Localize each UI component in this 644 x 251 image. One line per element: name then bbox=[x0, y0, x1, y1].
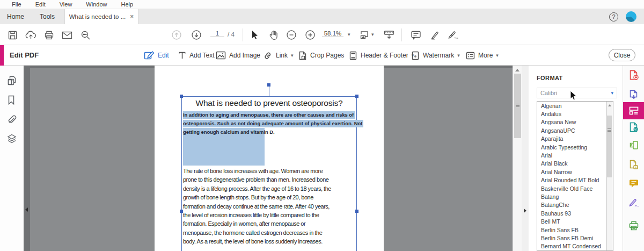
extract-pages-icon[interactable] bbox=[628, 159, 640, 170]
font-list-item[interactable]: Andalus bbox=[537, 110, 606, 118]
body-line: growth of bone length stops. But by the … bbox=[183, 193, 331, 202]
select-tool-icon[interactable] bbox=[249, 29, 261, 41]
font-list-item[interactable]: Bernard MT Condensed bbox=[537, 242, 606, 250]
textbox-handle-top-left[interactable] bbox=[180, 95, 183, 98]
layers-icon[interactable] bbox=[6, 133, 18, 145]
highlighter-icon[interactable] bbox=[429, 29, 441, 41]
cloud-upload-icon[interactable] bbox=[25, 29, 36, 41]
textbox-handle-top-right[interactable] bbox=[355, 95, 358, 98]
convert-pdf-icon[interactable] bbox=[628, 89, 640, 101]
print-production-icon[interactable] bbox=[628, 220, 640, 232]
highlight-line[interactable]: getting enough calcium and vitamin D. bbox=[183, 128, 274, 137]
tab-close-icon[interactable]: × bbox=[130, 13, 134, 20]
add-text-button[interactable]: Add Text bbox=[178, 49, 214, 61]
document-canvas: What is needed to prevent osteoporosis? … bbox=[30, 66, 513, 251]
panel-collapse-gutter[interactable] bbox=[24, 66, 30, 251]
font-list-item[interactable]: Arial Rounded MT Bold bbox=[537, 176, 606, 184]
crop-pages-button[interactable]: Crop Pages bbox=[298, 49, 344, 61]
font-list-item[interactable]: Bauhaus 93 bbox=[537, 209, 606, 217]
font-list-scrollbar[interactable] bbox=[606, 101, 613, 251]
email-icon[interactable] bbox=[61, 29, 73, 41]
hand-tool-icon[interactable] bbox=[267, 29, 279, 41]
font-list-item[interactable]: BatangChe bbox=[537, 201, 606, 209]
zoom-caret-icon[interactable]: ▾ bbox=[348, 32, 350, 37]
tabrow-right: ? bbox=[609, 9, 644, 24]
expand-right-icon[interactable] bbox=[524, 209, 526, 213]
body-line: formation. Especially in women, after me… bbox=[183, 219, 331, 228]
edit-pdf-active-icon[interactable] bbox=[623, 102, 644, 119]
body-line: menopause, the hormone called estrogen d… bbox=[183, 228, 331, 237]
textbox-handle-top-center[interactable] bbox=[267, 83, 270, 87]
vertical-scrollbar[interactable] bbox=[513, 66, 522, 251]
sign-panel-icon[interactable] bbox=[628, 197, 640, 209]
scrollbar-thumb[interactable] bbox=[514, 74, 521, 138]
document-heading[interactable]: What is needed to prevent osteoporosis? bbox=[181, 98, 357, 108]
font-list-scroll-up-icon[interactable] bbox=[608, 104, 611, 106]
fit-page-icon[interactable] bbox=[358, 29, 370, 41]
menu-help[interactable]: Help bbox=[121, 1, 133, 8]
fit-page-caret-icon[interactable]: ▾ bbox=[371, 32, 374, 37]
font-list-item[interactable]: Arabic Typesetting bbox=[537, 143, 606, 151]
font-list-item[interactable]: Baskerville Old Face bbox=[537, 184, 606, 192]
bookmarks-icon[interactable] bbox=[6, 95, 18, 106]
edit-pencil-icon bbox=[144, 51, 155, 60]
watermark-button[interactable]: Watermark ▾ bbox=[411, 49, 460, 61]
font-list-scrollbar-thumb[interactable] bbox=[607, 116, 612, 177]
font-list-item[interactable]: Arial Narrow bbox=[537, 168, 606, 176]
font-list-item[interactable]: Arial bbox=[537, 151, 606, 159]
page-number-input[interactable]: 1 bbox=[210, 30, 224, 37]
ocr-pdf-icon[interactable] bbox=[628, 121, 640, 133]
font-list-item[interactable]: Angsana New bbox=[537, 118, 606, 126]
forms-icon[interactable] bbox=[628, 139, 640, 151]
font-list-item[interactable]: Batang bbox=[537, 192, 606, 200]
header-footer-icon bbox=[349, 51, 357, 60]
menu-window[interactable]: Window bbox=[86, 1, 107, 8]
menu-view[interactable]: View bbox=[60, 1, 72, 8]
print-icon[interactable] bbox=[43, 29, 55, 41]
fit-width-icon[interactable] bbox=[383, 29, 395, 41]
link-button[interactable]: Link ▾ bbox=[263, 49, 294, 61]
tab-tools[interactable]: Tools bbox=[31, 9, 63, 24]
tab-home[interactable]: Home bbox=[0, 9, 31, 24]
font-list-item[interactable]: Arial Black bbox=[537, 160, 606, 168]
font-list-item[interactable]: Bell MT bbox=[537, 217, 606, 225]
textbox-handle-mid-right[interactable] bbox=[355, 210, 358, 213]
search-more-icon[interactable] bbox=[79, 29, 91, 41]
header-footer-button[interactable]: Header & Footer ▾ bbox=[349, 49, 414, 61]
close-button[interactable]: Close bbox=[609, 49, 635, 61]
panel-expand-gutter[interactable] bbox=[522, 66, 529, 251]
font-list-item[interactable]: Berlin Sans FB bbox=[537, 226, 606, 234]
sign-icon[interactable] bbox=[448, 29, 459, 41]
scroll-up-icon[interactable] bbox=[515, 69, 519, 71]
edit-mode-button[interactable]: Edit bbox=[144, 49, 169, 61]
more-button[interactable]: More ▾ bbox=[466, 49, 499, 61]
font-list-item[interactable]: Berlin Sans FB Demi bbox=[537, 234, 606, 242]
zoom-in-icon[interactable] bbox=[304, 29, 316, 41]
help-icon[interactable]: ? bbox=[609, 12, 618, 21]
tab-document[interactable]: What is needed to ... × bbox=[64, 9, 138, 24]
collapse-left-icon[interactable] bbox=[25, 207, 28, 212]
font-list-item[interactable]: Aparajita bbox=[537, 135, 606, 143]
zoom-out-icon[interactable] bbox=[286, 29, 297, 41]
font-list-item[interactable]: AngsanaUPC bbox=[537, 126, 606, 134]
highlight-line: In addition to aging and menopause, ther… bbox=[183, 111, 355, 119]
zoom-level-value[interactable]: 58.1% bbox=[322, 30, 343, 37]
attachments-icon[interactable] bbox=[6, 114, 18, 126]
add-image-button[interactable]: Add Image bbox=[216, 49, 260, 61]
highlighted-paragraph[interactable]: In addition to aging and menopause, ther… bbox=[183, 111, 356, 128]
page-total-label: / 4 bbox=[228, 31, 235, 38]
page-up-icon[interactable] bbox=[171, 29, 182, 41]
page-thumbnails-icon[interactable] bbox=[6, 75, 18, 87]
font-list-item[interactable]: Algerian bbox=[537, 102, 606, 110]
comment-icon[interactable] bbox=[410, 29, 422, 41]
body-paragraph[interactable]: The rate of bone loss increases with age… bbox=[183, 167, 331, 246]
pdf-page[interactable]: What is needed to prevent osteoporosis? … bbox=[155, 66, 384, 251]
account-avatar[interactable] bbox=[626, 11, 636, 22]
create-pdf-icon[interactable] bbox=[628, 69, 640, 81]
page-down-icon[interactable] bbox=[191, 29, 202, 41]
comment-panel-icon[interactable] bbox=[628, 177, 640, 189]
menu-edit[interactable]: Edit bbox=[35, 1, 46, 8]
save-icon[interactable] bbox=[6, 29, 18, 41]
menu-file[interactable]: File bbox=[12, 1, 21, 8]
workspace: What is needed to prevent osteoporosis? … bbox=[0, 66, 644, 251]
